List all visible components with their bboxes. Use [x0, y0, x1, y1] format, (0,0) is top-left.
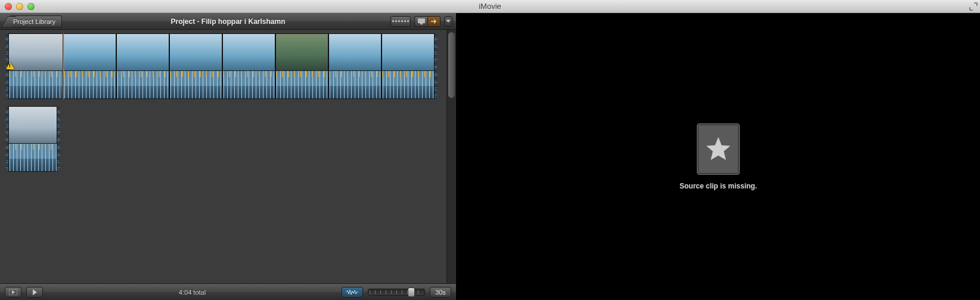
header-menu-button[interactable]	[444, 16, 452, 27]
close-window-button[interactable]	[5, 3, 12, 10]
timeline-clip[interactable]	[222, 33, 275, 99]
arrow-right-icon	[431, 18, 437, 24]
window-title-bar: iMovie	[0, 0, 980, 13]
slider-knob[interactable]	[408, 287, 415, 297]
clip-thumbnail	[222, 33, 275, 70]
svg-rect-1	[420, 23, 423, 24]
missing-clip-placeholder	[697, 123, 740, 175]
clip-waveform	[328, 70, 382, 99]
svg-rect-0	[418, 18, 425, 23]
clip-waveform	[382, 70, 435, 99]
playhead[interactable]	[63, 33, 64, 99]
timeline-clip[interactable]	[8, 106, 57, 172]
clip-thumbnail	[328, 33, 382, 70]
play-button[interactable]	[26, 287, 43, 298]
slider-ticks	[370, 290, 423, 294]
clip-waveform	[116, 70, 169, 99]
timeline-scrollbar[interactable]	[446, 30, 456, 283]
missing-clip-label: Source clip is missing.	[680, 182, 757, 190]
play-from-start-button[interactable]	[5, 287, 21, 298]
grid-dots-icon	[392, 20, 409, 22]
preview-viewer: Source clip is missing.	[457, 13, 980, 300]
filmstrip-row	[5, 33, 456, 99]
clip-thumbnail	[8, 106, 57, 143]
clip-thumbnail	[169, 33, 222, 70]
timeline-clip[interactable]	[116, 33, 169, 99]
waveform-toggle-button[interactable]	[342, 287, 363, 298]
play-boxed-icon	[9, 289, 17, 295]
clip-waveform	[8, 143, 57, 172]
torn-edge-right	[57, 106, 61, 172]
torn-edge-right	[435, 33, 438, 99]
header-view-controls	[390, 16, 452, 27]
clip-thumbnail	[382, 33, 435, 70]
view-grid-button[interactable]	[390, 16, 411, 27]
clip-waveform	[275, 70, 328, 99]
timeline-footer: 4:04 total 30s	[0, 283, 456, 300]
project-header: Project Library Project - Filip hoppar i…	[0, 13, 456, 30]
window-controls	[0, 3, 35, 10]
timeline-clip[interactable]	[328, 33, 382, 99]
fullscreen-icon[interactable]	[969, 2, 978, 11]
clip-waveform	[222, 70, 275, 99]
timeline[interactable]	[0, 30, 456, 283]
clip-waveform	[169, 70, 222, 99]
clip-thumbnail	[63, 33, 116, 70]
scrollbar-thumb[interactable]	[448, 32, 455, 98]
timeline-clip[interactable]	[63, 33, 116, 99]
clip-thumbnail	[116, 33, 169, 70]
chevron-down-icon	[446, 20, 451, 23]
clip-waveform	[8, 70, 63, 99]
zoom-window-button[interactable]	[27, 3, 35, 10]
window-title: iMovie	[0, 2, 980, 11]
minimize-window-button[interactable]	[16, 3, 23, 10]
project-duration-label: 4:04 total	[48, 289, 337, 296]
timeline-clip[interactable]	[382, 33, 435, 99]
view-standard-button[interactable]	[414, 16, 427, 27]
waveform-icon	[346, 289, 359, 295]
clip-thumbnail	[8, 33, 63, 70]
project-title: Project - Filip hoppar i Karlshamn	[0, 17, 456, 26]
warning-icon	[6, 62, 14, 69]
project-panel: Project Library Project - Filip hoppar i…	[0, 13, 457, 300]
thumbnail-zoom-label: 30s	[430, 287, 451, 298]
share-button[interactable]	[427, 16, 441, 27]
timeline-clip[interactable]	[169, 33, 222, 99]
timeline-clip[interactable]	[275, 33, 328, 99]
clip-thumbnail	[275, 33, 328, 70]
timeline-clip[interactable]	[8, 33, 63, 99]
clip-waveform	[63, 70, 116, 99]
star-icon	[705, 136, 731, 162]
play-icon	[33, 289, 37, 295]
monitor-icon	[418, 18, 425, 24]
back-button-label: Project Library	[10, 18, 55, 25]
thumbnail-zoom-slider[interactable]	[368, 289, 425, 296]
project-library-back-button[interactable]: Project Library	[10, 16, 62, 27]
filmstrip-row	[5, 106, 456, 172]
